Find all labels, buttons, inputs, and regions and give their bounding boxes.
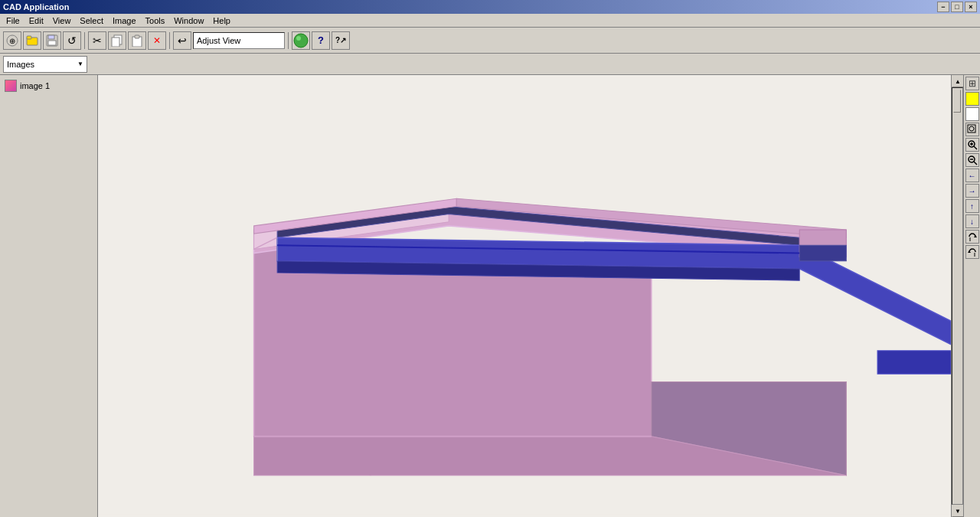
paste-button[interactable]	[128, 31, 146, 50]
svg-point-39	[969, 126, 974, 131]
menu-edit[interactable]: Edit	[24, 15, 48, 26]
svg-rect-10	[135, 35, 139, 38]
svg-marker-32	[799, 245, 846, 260]
svg-point-12	[294, 34, 308, 47]
maximize-button[interactable]: □	[951, 2, 963, 12]
adjust-view-input[interactable]	[193, 32, 285, 49]
scroll-down-button[interactable]: ▼	[952, 505, 963, 517]
svg-line-43	[974, 146, 977, 149]
svg-text:⊕: ⊕	[9, 37, 15, 45]
image-thumbnail-icon	[5, 80, 17, 92]
window-controls: − □ ×	[937, 2, 977, 12]
scroll-up-button[interactable]: ▲	[952, 75, 963, 87]
main-layout: image 1	[0, 75, 980, 517]
svg-rect-3	[27, 36, 31, 39]
cut-button[interactable]: ✂	[88, 31, 106, 50]
vertical-scrollbar[interactable]: ▲ ▼	[951, 75, 963, 517]
svg-marker-49	[968, 250, 971, 253]
new-button[interactable]: ⊕	[3, 31, 21, 50]
menu-view[interactable]: View	[48, 15, 76, 26]
menu-tools[interactable]: Tools	[141, 15, 170, 26]
svg-rect-8	[112, 38, 119, 47]
svg-line-46	[974, 162, 977, 165]
separator2	[169, 32, 170, 49]
yellow-tool-button[interactable]	[965, 92, 979, 106]
tree-item-label: image 1	[20, 81, 50, 90]
pan-right-button[interactable]: →	[965, 184, 979, 198]
minimize-button[interactable]: −	[937, 2, 949, 12]
menu-select[interactable]: Select	[75, 15, 108, 26]
images-dropdown[interactable]: Images ▼	[3, 56, 87, 73]
dropdown-arrow-icon: ▼	[77, 61, 83, 67]
separator1	[84, 32, 85, 49]
right-panel: ⊞ ← → ↑ ↓	[963, 75, 980, 517]
svg-marker-47	[974, 235, 977, 237]
title-bar: CAD Application − □ ×	[0, 0, 980, 14]
zoom-region-button[interactable]	[965, 123, 979, 136]
copy-button[interactable]	[108, 31, 126, 50]
rotate-ccw-button[interactable]	[965, 245, 979, 259]
app-title: CAD Application	[3, 2, 69, 11]
secondary-toolbar: Images ▼	[0, 54, 980, 75]
cancel-button[interactable]: ✕	[148, 31, 166, 50]
help2-button[interactable]: ?↗	[332, 31, 350, 50]
open-button[interactable]	[23, 31, 41, 50]
green-sphere-button[interactable]	[292, 31, 310, 50]
menu-image[interactable]: Image	[108, 15, 141, 26]
separator3	[288, 32, 289, 49]
zoom-out-button[interactable]	[965, 153, 979, 167]
tree-item-image1[interactable]: image 1	[3, 78, 94, 93]
pan-left-button[interactable]: ←	[965, 169, 979, 182]
menu-file[interactable]: File	[2, 15, 24, 26]
save-button[interactable]	[43, 31, 61, 50]
close-button[interactable]: ×	[965, 2, 977, 12]
svg-rect-6	[48, 41, 56, 45]
viewport: ▲ ▼	[98, 75, 963, 517]
left-panel: image 1	[0, 75, 98, 517]
help-button[interactable]: ?	[312, 31, 330, 50]
svg-point-13	[296, 36, 301, 41]
menu-help[interactable]: Help	[208, 15, 235, 26]
undo-button[interactable]: ↩	[173, 31, 191, 50]
zoom-in-button[interactable]	[965, 138, 979, 152]
pan-up-button[interactable]: ↑	[965, 199, 979, 213]
white-tool-button[interactable]	[965, 107, 979, 121]
properties-button[interactable]: ⊞	[965, 77, 979, 90]
3d-canvas[interactable]	[98, 75, 963, 517]
pan-down-button[interactable]: ↓	[965, 214, 979, 228]
menu-window[interactable]: Window	[169, 15, 208, 26]
vertical-scroll-thumb[interactable]	[953, 90, 961, 113]
rotate-cw-button[interactable]	[965, 230, 979, 244]
refresh-button[interactable]: ↺	[63, 31, 81, 50]
main-toolbar: ⊕ ↺ ✂ ✕ ↩ ? ?↗	[0, 28, 980, 54]
svg-rect-5	[48, 35, 54, 39]
vertical-scroll-track[interactable]	[952, 87, 963, 505]
menu-bar: File Edit View Select Image Tools Window…	[0, 14, 980, 28]
images-dropdown-label: Images	[7, 60, 34, 69]
